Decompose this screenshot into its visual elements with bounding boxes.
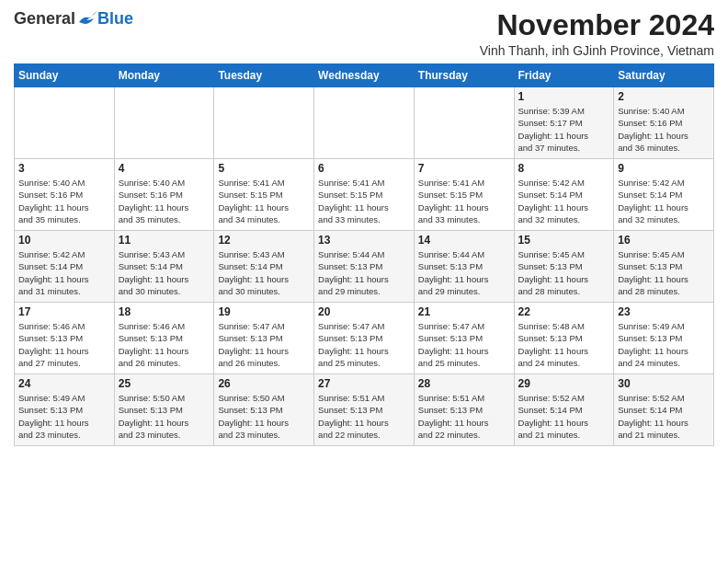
month-title: November 2024: [480, 9, 714, 41]
day-info: Sunrise: 5:49 AMSunset: 5:13 PMDaylight:…: [618, 320, 710, 369]
calendar-cell: 21Sunrise: 5:47 AMSunset: 5:13 PMDayligh…: [414, 303, 514, 374]
calendar-cell: 7Sunrise: 5:41 AMSunset: 5:15 PMDaylight…: [414, 159, 514, 231]
day-number: 25: [119, 377, 210, 390]
day-info: Sunrise: 5:42 AMSunset: 5:14 PMDaylight:…: [518, 177, 610, 225]
day-info: Sunrise: 5:43 AMSunset: 5:14 PMDaylight:…: [119, 248, 210, 297]
calendar-cell: 16Sunrise: 5:45 AMSunset: 5:13 PMDayligh…: [614, 231, 714, 303]
calendar-cell: 28Sunrise: 5:51 AMSunset: 5:13 PMDayligh…: [414, 374, 514, 446]
logo-blue-text: Blue: [97, 9, 133, 29]
day-info: Sunrise: 5:45 AMSunset: 5:13 PMDaylight:…: [518, 248, 610, 297]
calendar-table: SundayMondayTuesdayWednesdayThursdayFrid…: [14, 63, 714, 446]
calendar-cell: 26Sunrise: 5:50 AMSunset: 5:13 PMDayligh…: [214, 374, 314, 446]
day-info: Sunrise: 5:46 AMSunset: 5:13 PMDaylight:…: [18, 320, 110, 369]
day-number: 9: [618, 162, 710, 175]
calendar-row-0: 1Sunrise: 5:39 AMSunset: 5:17 PMDaylight…: [15, 87, 714, 159]
calendar-cell: [414, 87, 514, 159]
calendar-cell: 27Sunrise: 5:51 AMSunset: 5:13 PMDayligh…: [314, 374, 415, 446]
day-number: 26: [218, 377, 310, 390]
calendar-body: 1Sunrise: 5:39 AMSunset: 5:17 PMDaylight…: [15, 87, 714, 446]
calendar-cell: 24Sunrise: 5:49 AMSunset: 5:13 PMDayligh…: [15, 374, 115, 446]
day-number: 11: [119, 234, 210, 247]
calendar-cell: [15, 87, 115, 159]
day-number: 27: [318, 377, 410, 390]
day-number: 10: [18, 234, 110, 247]
calendar-cell: 1Sunrise: 5:39 AMSunset: 5:17 PMDaylight…: [514, 87, 614, 159]
day-number: 18: [119, 305, 210, 318]
column-header-wednesday: Wednesday: [314, 64, 415, 87]
column-header-tuesday: Tuesday: [214, 64, 314, 87]
day-info: Sunrise: 5:42 AMSunset: 5:14 PMDaylight:…: [618, 177, 710, 225]
day-number: 2: [618, 90, 710, 103]
day-number: 17: [18, 305, 110, 318]
day-number: 13: [318, 234, 410, 247]
day-number: 30: [618, 377, 710, 390]
day-info: Sunrise: 5:44 AMSunset: 5:13 PMDaylight:…: [418, 248, 510, 297]
day-info: Sunrise: 5:41 AMSunset: 5:15 PMDaylight:…: [418, 177, 510, 225]
day-info: Sunrise: 5:39 AMSunset: 5:17 PMDaylight:…: [518, 105, 610, 154]
day-info: Sunrise: 5:44 AMSunset: 5:13 PMDaylight:…: [318, 248, 410, 297]
day-info: Sunrise: 5:47 AMSunset: 5:13 PMDaylight:…: [318, 320, 410, 369]
day-number: 16: [618, 234, 710, 247]
day-number: 28: [418, 377, 510, 390]
title-area: November 2024 Vinh Thanh, inh GJinh Prov…: [480, 9, 714, 58]
calendar-cell: 8Sunrise: 5:42 AMSunset: 5:14 PMDaylight…: [514, 159, 614, 231]
day-number: 6: [318, 162, 410, 175]
calendar-cell: 25Sunrise: 5:50 AMSunset: 5:13 PMDayligh…: [114, 374, 214, 446]
column-header-saturday: Saturday: [614, 64, 714, 87]
calendar-cell: 11Sunrise: 5:43 AMSunset: 5:14 PMDayligh…: [114, 231, 214, 303]
day-info: Sunrise: 5:40 AMSunset: 5:16 PMDaylight:…: [618, 105, 710, 154]
calendar-cell: 20Sunrise: 5:47 AMSunset: 5:13 PMDayligh…: [314, 303, 415, 374]
day-number: 12: [218, 234, 310, 247]
page-header: General Blue November 2024 Vinh Thanh, i…: [14, 9, 714, 58]
day-info: Sunrise: 5:47 AMSunset: 5:13 PMDaylight:…: [218, 320, 310, 369]
day-info: Sunrise: 5:48 AMSunset: 5:13 PMDaylight:…: [518, 320, 610, 369]
calendar-cell: [314, 87, 415, 159]
calendar-cell: 22Sunrise: 5:48 AMSunset: 5:13 PMDayligh…: [514, 303, 614, 374]
day-number: 19: [218, 305, 310, 318]
calendar-cell: 19Sunrise: 5:47 AMSunset: 5:13 PMDayligh…: [214, 303, 314, 374]
day-number: 21: [418, 305, 510, 318]
calendar-cell: 5Sunrise: 5:41 AMSunset: 5:15 PMDaylight…: [214, 159, 314, 231]
day-info: Sunrise: 5:46 AMSunset: 5:13 PMDaylight:…: [119, 320, 210, 369]
logo-bird-icon: [77, 11, 97, 28]
column-header-thursday: Thursday: [414, 64, 514, 87]
day-info: Sunrise: 5:45 AMSunset: 5:13 PMDaylight:…: [618, 248, 710, 297]
day-number: 15: [518, 234, 610, 247]
day-info: Sunrise: 5:47 AMSunset: 5:13 PMDaylight:…: [418, 320, 510, 369]
calendar-row-1: 3Sunrise: 5:40 AMSunset: 5:16 PMDaylight…: [15, 159, 714, 231]
day-number: 4: [119, 162, 210, 175]
day-number: 20: [318, 305, 410, 318]
calendar-cell: [214, 87, 314, 159]
day-info: Sunrise: 5:52 AMSunset: 5:14 PMDaylight:…: [518, 392, 610, 441]
day-number: 1: [518, 90, 610, 103]
day-info: Sunrise: 5:41 AMSunset: 5:15 PMDaylight:…: [218, 177, 310, 225]
day-number: 22: [518, 305, 610, 318]
day-info: Sunrise: 5:50 AMSunset: 5:13 PMDaylight:…: [218, 392, 310, 441]
calendar-cell: 3Sunrise: 5:40 AMSunset: 5:16 PMDaylight…: [15, 159, 115, 231]
day-info: Sunrise: 5:40 AMSunset: 5:16 PMDaylight:…: [119, 177, 210, 225]
calendar-row-2: 10Sunrise: 5:42 AMSunset: 5:14 PMDayligh…: [15, 231, 714, 303]
day-number: 24: [18, 377, 110, 390]
calendar-cell: 17Sunrise: 5:46 AMSunset: 5:13 PMDayligh…: [15, 303, 115, 374]
calendar-cell: 12Sunrise: 5:43 AMSunset: 5:14 PMDayligh…: [214, 231, 314, 303]
day-info: Sunrise: 5:49 AMSunset: 5:13 PMDaylight:…: [18, 392, 110, 441]
calendar-cell: [114, 87, 214, 159]
day-info: Sunrise: 5:43 AMSunset: 5:14 PMDaylight:…: [218, 248, 310, 297]
calendar-cell: 14Sunrise: 5:44 AMSunset: 5:13 PMDayligh…: [414, 231, 514, 303]
calendar-cell: 18Sunrise: 5:46 AMSunset: 5:13 PMDayligh…: [114, 303, 214, 374]
calendar-cell: 6Sunrise: 5:41 AMSunset: 5:15 PMDaylight…: [314, 159, 415, 231]
day-number: 3: [18, 162, 110, 175]
day-info: Sunrise: 5:52 AMSunset: 5:14 PMDaylight:…: [618, 392, 710, 441]
calendar-cell: 10Sunrise: 5:42 AMSunset: 5:14 PMDayligh…: [15, 231, 115, 303]
day-info: Sunrise: 5:42 AMSunset: 5:14 PMDaylight:…: [18, 248, 110, 297]
calendar-cell: 30Sunrise: 5:52 AMSunset: 5:14 PMDayligh…: [614, 374, 714, 446]
day-info: Sunrise: 5:50 AMSunset: 5:13 PMDaylight:…: [119, 392, 210, 441]
calendar-cell: 9Sunrise: 5:42 AMSunset: 5:14 PMDaylight…: [614, 159, 714, 231]
calendar-cell: 4Sunrise: 5:40 AMSunset: 5:16 PMDaylight…: [114, 159, 214, 231]
calendar-row-3: 17Sunrise: 5:46 AMSunset: 5:13 PMDayligh…: [15, 303, 714, 374]
day-info: Sunrise: 5:51 AMSunset: 5:13 PMDaylight:…: [318, 392, 410, 441]
calendar-cell: 15Sunrise: 5:45 AMSunset: 5:13 PMDayligh…: [514, 231, 614, 303]
day-number: 7: [418, 162, 510, 175]
day-number: 5: [218, 162, 310, 175]
calendar-cell: 13Sunrise: 5:44 AMSunset: 5:13 PMDayligh…: [314, 231, 415, 303]
